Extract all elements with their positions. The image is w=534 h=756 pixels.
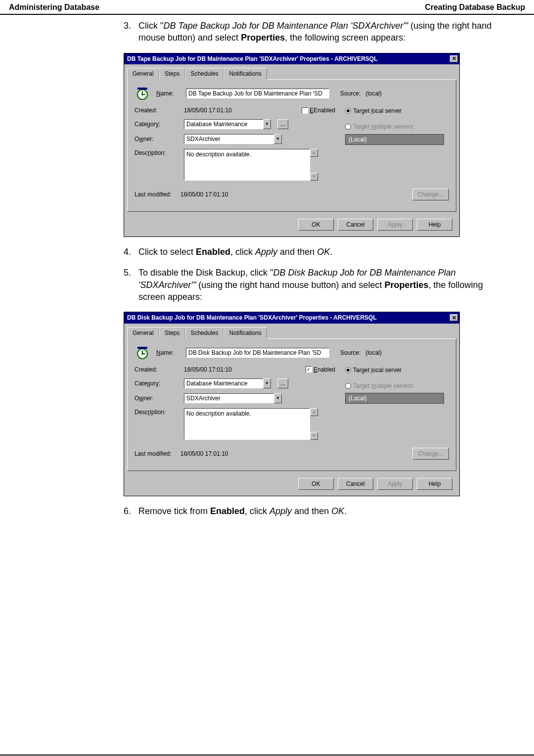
cancel-button[interactable]: Cancel [338,219,373,231]
radio-dot-icon [345,108,351,114]
chevron-down-icon[interactable]: ▼ [263,119,271,129]
description-textarea[interactable]: No description available. [184,149,310,181]
radio-target-multiple: Target multiple servers: [345,123,414,131]
radio-dot-icon [345,367,351,373]
owner-combo[interactable] [184,134,274,144]
label-source: Source: [340,349,360,357]
label-created: Created: [134,106,179,114]
multi-server-box: (Local) [345,393,444,404]
checkbox-icon: ✓ [306,366,312,373]
scrollbar[interactable]: ▲ ▼ [310,408,318,440]
radio-target-multiple: Target multiple servers: [345,382,414,390]
tab-general[interactable]: General [127,68,159,80]
chevron-down-icon[interactable]: ▼ [274,134,282,144]
category-combo[interactable] [184,378,263,388]
ok-button[interactable]: OK [298,478,334,490]
step3-num: 3. [124,20,138,44]
tab-steps[interactable]: Steps [159,327,185,339]
checkbox-icon [302,107,308,114]
svg-rect-5 [137,88,147,90]
step-6: 6. Remove tick from Enabled, click Apply… [124,505,509,517]
radio-target-local[interactable]: Target local server [345,366,401,374]
dialog1-title: DB Tape Backup Job for DB Maintenance Pl… [127,55,377,63]
label-source: Source: [340,90,360,97]
source-value: (local) [365,349,382,357]
step-3: 3. Click "DB Tape Backup Job for DB Main… [124,20,509,44]
enabled-checkbox[interactable]: EEnabled [302,106,335,114]
step-5: 5. To disable the Disk Backup, click "DB… [124,267,509,303]
apply-button: Apply [377,219,413,231]
description-textarea[interactable]: No description available. [184,408,310,440]
scroll-down-icon[interactable]: ▼ [310,173,318,181]
help-button[interactable]: Help [417,478,452,490]
svg-rect-10 [137,347,147,349]
change-button: Change... [412,189,449,200]
close-icon[interactable]: ✕ [450,55,458,62]
tab-notifications[interactable]: Notifications [223,68,267,80]
scroll-up-icon[interactable]: ▲ [310,149,318,157]
label-last-modified: Last modified: [134,450,172,458]
created-value: 18/05/00 17:01:10 [184,106,232,114]
dialog-tape-backup: DB Tape Backup Job for DB Maintenance Pl… [124,53,460,237]
chevron-down-icon[interactable]: ▼ [274,393,282,403]
tab-steps[interactable]: Steps [159,68,185,80]
category-browse-button[interactable]: ... [277,119,288,129]
radio-dot-icon [345,383,351,389]
category-combo[interactable] [184,119,263,129]
owner-combo[interactable] [184,393,274,403]
radio-dot-icon [345,124,351,130]
last-modified-value: 18/05/00 17:01:10 [180,190,228,198]
created-value: 18/05/00 17:01:10 [184,366,232,374]
scroll-down-icon[interactable]: ▼ [310,432,318,440]
tab-general[interactable]: General [127,327,159,339]
ok-button[interactable]: OK [298,219,334,231]
multi-server-box: (Local) [345,134,444,145]
radio-target-local[interactable]: Target local server [345,107,401,115]
tab-schedules[interactable]: Schedules [185,327,223,339]
header-left: Administering Database [9,3,99,12]
label-name: ame: [161,90,174,97]
scroll-up-icon[interactable]: ▲ [310,408,318,416]
label-last-modified: Last modified: [134,190,172,198]
dialog2-title: DB Disk Backup Job for DB Maintenance Pl… [127,314,377,322]
header-right: Creating Database Backup [425,3,525,12]
enabled-checkbox[interactable]: ✓ Enabled [306,366,335,374]
category-browse-button[interactable]: ... [277,378,288,388]
label-created: Created: [134,366,179,374]
change-button: Change... [412,448,449,460]
name-input[interactable] [186,348,329,358]
chevron-down-icon[interactable]: ▼ [263,378,271,388]
step-4: 4. Click to select Enabled, click Apply … [124,246,509,258]
help-button[interactable]: Help [417,219,452,231]
apply-button: Apply [377,478,413,490]
tab-schedules[interactable]: Schedules [185,68,223,80]
last-modified-value: 18/05/00 17:01:10 [180,450,228,458]
scrollbar[interactable]: ▲ ▼ [310,149,318,181]
tab-notifications[interactable]: Notifications [223,327,267,339]
job-icon [134,345,150,361]
job-icon [134,86,150,101]
name-input[interactable] [186,89,329,98]
source-value: (local) [365,90,382,97]
close-icon[interactable]: ✕ [450,314,458,321]
cancel-button[interactable]: Cancel [338,478,373,490]
dialog-disk-backup: DB Disk Backup Job for DB Maintenance Pl… [124,312,460,496]
